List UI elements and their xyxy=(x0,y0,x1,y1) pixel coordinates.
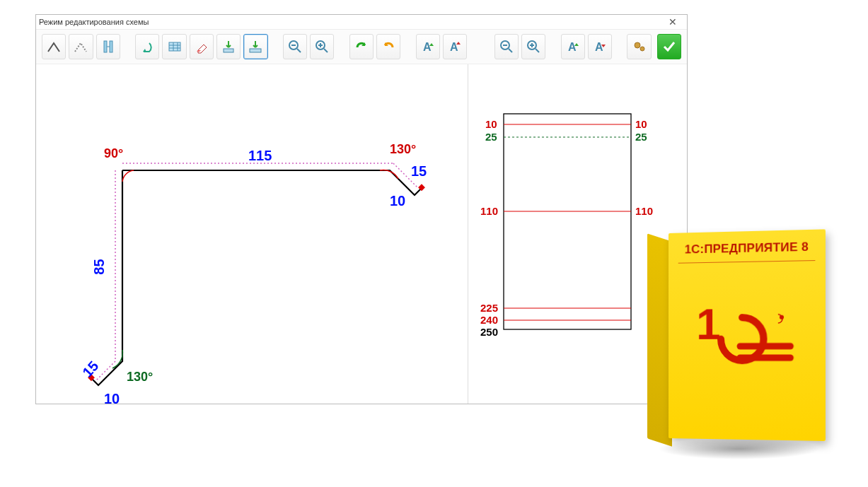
svg-rect-1 xyxy=(110,41,112,52)
scheme-editor-window: Режим редактирования схемы ✕ xyxy=(35,14,688,404)
column-spacing-icon[interactable] xyxy=(96,34,120,59)
svg-text:A: A xyxy=(450,41,458,53)
angle-tool-dotted-icon[interactable] xyxy=(69,34,93,59)
product-brand: 1С:ПРЕДПРИЯТИЕ 8 xyxy=(669,240,826,257)
undo-icon[interactable] xyxy=(135,34,159,59)
toolbar: A A A A xyxy=(36,30,687,64)
svg-rect-17 xyxy=(504,114,631,329)
svg-point-13 xyxy=(635,42,640,48)
svg-text:A: A xyxy=(568,41,577,53)
zoom-out-2-icon[interactable] xyxy=(494,34,519,59)
zoom-in-icon[interactable] xyxy=(310,34,334,59)
undo-orange-icon[interactable] xyxy=(376,34,400,59)
import-2-icon[interactable] xyxy=(243,34,267,59)
font-increase-2-icon[interactable]: A xyxy=(561,34,585,59)
svg-rect-4 xyxy=(250,49,261,52)
close-icon[interactable]: ✕ xyxy=(664,16,681,28)
titlebar: Режим редактирования схемы ✕ xyxy=(36,15,687,30)
svg-rect-3 xyxy=(224,49,233,52)
window-title: Режим редактирования схемы xyxy=(39,18,149,26)
font-increase-1-icon[interactable]: A xyxy=(416,34,440,59)
svg-text:A: A xyxy=(423,41,432,53)
confirm-button[interactable] xyxy=(657,34,681,59)
eraser-icon[interactable] xyxy=(190,34,214,59)
font-decrease-2-icon[interactable]: A xyxy=(588,34,612,59)
zoom-out-icon[interactable] xyxy=(283,34,307,59)
font-decrease-1-icon[interactable]: A xyxy=(443,34,467,59)
content-area: 90° 115 130° 15 10 85 15 130° 10 10 25 1… xyxy=(36,64,687,404)
svg-text:1: 1 xyxy=(696,299,720,348)
svg-point-14 xyxy=(640,47,644,51)
import-1-icon[interactable] xyxy=(216,34,241,59)
scheme-canvas[interactable]: 90° 115 130° 15 10 85 15 130° 10 xyxy=(36,64,468,404)
svg-text:A: A xyxy=(595,41,603,53)
angle-tool-solid-icon[interactable] xyxy=(42,34,66,59)
svg-rect-2 xyxy=(169,42,180,51)
redo-green-icon[interactable] xyxy=(349,34,374,59)
one-c-logo-icon: 1 xyxy=(696,295,804,375)
settings-gears-icon[interactable] xyxy=(627,34,651,59)
grid-icon[interactable] xyxy=(162,34,186,59)
svg-rect-0 xyxy=(104,41,107,52)
zoom-in-2-icon[interactable] xyxy=(521,34,545,59)
product-box: 1С:ПРЕДПРИЯТИЕ 8 1 xyxy=(644,233,828,474)
